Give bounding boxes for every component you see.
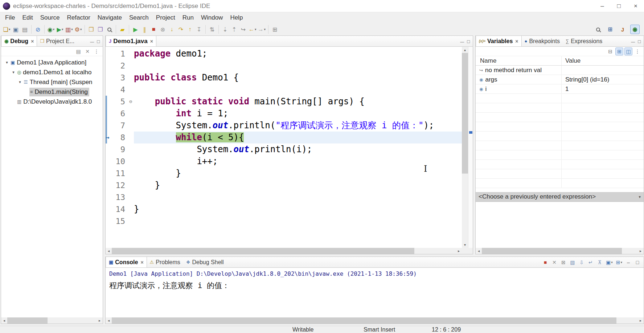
code-text[interactable]: } — [134, 179, 462, 191]
mark-occurrences-icon[interactable]: ▰ — [118, 25, 127, 34]
scroll-up-icon[interactable]: ▴ — [462, 47, 468, 53]
maximize-view-icon[interactable] — [97, 38, 100, 45]
minimize-view-icon[interactable] — [631, 38, 635, 45]
expander-icon[interactable]: ▾ — [4, 60, 10, 65]
annotation-ruler[interactable]: → — [106, 132, 111, 143]
code-text[interactable]: public static void main(String[] args) { — [134, 96, 462, 108]
tab-console[interactable]: ▣Console× — [106, 257, 147, 267]
variable-row-no-method-return-val[interactable]: ↪no method return val — [476, 66, 644, 75]
sash-editor-variables[interactable] — [473, 36, 475, 254]
tab-project-e[interactable]: ❒Project E... — [37, 36, 77, 46]
use-step-filters-icon[interactable]: ⇅ — [208, 25, 217, 34]
maximize-console-icon[interactable]: □ — [633, 258, 641, 266]
minimize-console-icon[interactable]: – — [624, 258, 632, 266]
code-text[interactable] — [134, 60, 462, 72]
annotation-ruler[interactable] — [106, 143, 111, 155]
scroll-thumb[interactable] — [7, 317, 48, 324]
current-line-marker[interactable] — [469, 131, 472, 134]
previous-annotation-icon[interactable]: ⇡ — [230, 25, 239, 34]
annotation-ruler[interactable] — [106, 167, 111, 179]
debug-icon[interactable]: ◉▾ — [46, 25, 56, 34]
forward-icon[interactable]: →▾ — [257, 25, 267, 34]
scroll-right-icon[interactable]: ▸ — [456, 249, 462, 253]
terminate-icon[interactable]: ■ — [149, 25, 158, 34]
tree-item-demo1-demo1-at-localho[interactable]: ▾◎demo1.Demo1 at localho — [1, 67, 103, 77]
annotation-ruler[interactable] — [106, 96, 111, 108]
next-annotation-icon[interactable]: ⇣ — [221, 25, 230, 34]
code-text[interactable]: } — [134, 167, 462, 179]
scroll-right-icon[interactable]: ▸ — [637, 319, 644, 322]
coverage-icon[interactable]: ▥▾ — [65, 25, 74, 34]
sash-editor-console[interactable] — [105, 254, 644, 257]
minimize-button[interactable]: – — [594, 0, 611, 12]
code-text[interactable]: int i = 1; — [134, 108, 462, 120]
open-type-icon[interactable]: ❐ — [96, 25, 105, 34]
column-header-name[interactable]: Name — [476, 57, 561, 64]
search-toolbar-icon[interactable] — [105, 25, 114, 34]
back-icon[interactable]: ←▾ — [248, 25, 257, 34]
scroll-left-icon[interactable]: ◂ — [106, 249, 112, 253]
code-text[interactable]: System.out.println("程序调试演示，注意观察 i 的值："); — [134, 120, 462, 132]
scroll-left-icon[interactable]: ◂ — [1, 319, 7, 322]
menu-help[interactable]: Help — [226, 13, 246, 23]
tree-item-thread-main-suspen[interactable]: ▾☰Thread [main] (Suspen — [1, 77, 103, 87]
show-logical-structure-icon[interactable]: ⊞ — [615, 47, 623, 55]
menu-refactor[interactable]: Refactor — [63, 13, 94, 23]
open-task-icon[interactable]: ❒ — [87, 25, 96, 34]
scroll-right-icon[interactable]: ▸ — [97, 319, 103, 322]
minimize-view-icon[interactable] — [90, 38, 94, 45]
open-console-icon[interactable]: ⊞▾ — [615, 258, 623, 266]
variable-row-i[interactable]: ◉i1 — [476, 84, 644, 94]
last-edit-location-icon[interactable]: ↪ — [239, 25, 248, 34]
save-all-icon[interactable]: ▤ — [20, 25, 29, 34]
scroll-lock-icon[interactable]: ⇩ — [578, 258, 586, 266]
maximize-button[interactable]: □ — [611, 0, 627, 12]
menu-search[interactable]: Search — [126, 13, 152, 23]
code-text[interactable]: public class Demo1 { — [134, 72, 462, 84]
close-tab-icon[interactable]: × — [31, 38, 34, 44]
annotation-ruler[interactable] — [106, 120, 111, 132]
search-icon[interactable] — [593, 25, 603, 34]
pin-editor-icon[interactable]: ⊞ — [270, 25, 279, 34]
maximize-view-icon[interactable] — [638, 38, 641, 45]
editor-body[interactable]: 1package demo1;23public class Demo1 {45⊖… — [106, 47, 473, 254]
code-text[interactable]: System.out.println(i); — [134, 143, 462, 155]
word-wrap-icon[interactable]: ↵ — [587, 258, 595, 266]
menu-source[interactable]: Source — [37, 13, 63, 23]
open-perspective-icon[interactable]: ⊞ — [606, 25, 615, 34]
annotation-ruler[interactable] — [106, 84, 111, 96]
scroll-thumb[interactable] — [112, 317, 616, 324]
annotation-ruler[interactable] — [106, 72, 111, 84]
annotation-ruler[interactable] — [106, 155, 111, 167]
code-text[interactable]: i++; — [134, 155, 462, 167]
annotation-ruler[interactable] — [106, 108, 111, 120]
column-header-value[interactable]: Value — [561, 56, 644, 65]
remove-all-launches-icon[interactable]: ⊠ — [559, 258, 567, 266]
tab-problems[interactable]: ⚠Problems — [147, 257, 183, 267]
pin-console-icon[interactable]: ⊼ — [596, 258, 604, 266]
tab-expressions[interactable]: ∑Expressions — [563, 36, 605, 46]
java-perspective-icon[interactable]: J — [618, 25, 627, 34]
step-over-icon[interactable]: ↷ — [176, 25, 185, 34]
debug-perspective-icon[interactable]: ◉ — [630, 25, 640, 34]
step-into-icon[interactable]: ↓ — [167, 25, 176, 34]
code-text[interactable]: while(i < 5){ — [134, 132, 462, 143]
close-button[interactable]: × — [627, 0, 644, 12]
expander-icon[interactable]: ▾ — [17, 80, 23, 84]
annotation-ruler[interactable] — [106, 203, 111, 215]
suspend-icon[interactable]: ∥ — [140, 25, 149, 34]
expression-entry-bar[interactable]: <Choose a previously entered expression>… — [476, 192, 644, 201]
variables-view-menu-icon[interactable]: ⋮ — [633, 47, 641, 55]
run-icon[interactable]: ▶▾ — [56, 25, 65, 34]
menu-edit[interactable]: Edit — [19, 13, 36, 23]
overview-ruler[interactable] — [468, 47, 473, 248]
scroll-down-icon[interactable]: ▾ — [462, 242, 468, 248]
sash-left[interactable] — [103, 36, 105, 324]
disconnect-icon[interactable]: ⊗ — [158, 25, 167, 34]
clear-console-icon[interactable]: ▧ — [569, 258, 577, 266]
variables-hscrollbar[interactable]: ◂ ▸ — [476, 248, 644, 254]
remove-launch-icon[interactable]: ✕ — [550, 258, 558, 266]
tree-item-demo1-main-string[interactable]: ≡Demo1.main(String — [1, 87, 103, 97]
menu-project[interactable]: Project — [152, 13, 179, 23]
tab-debug-shell[interactable]: ❖Debug Shell — [183, 257, 227, 267]
